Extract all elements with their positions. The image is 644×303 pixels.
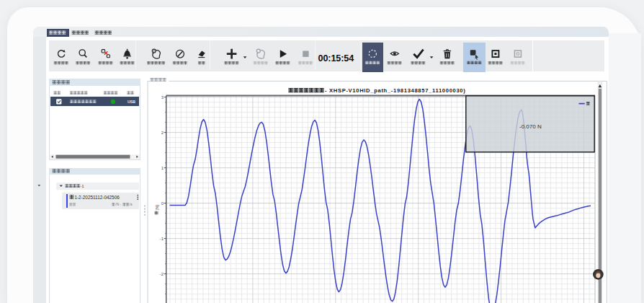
svg-text:-2: -2	[160, 272, 164, 276]
svg-text:1-2-20251112-042506: 1-2-20251112-042506	[74, 195, 120, 200]
svg-text:/N -: /N -	[115, 203, 121, 206]
svg-text:1: 1	[161, 166, 164, 170]
svg-text:/s: /s	[130, 203, 133, 206]
svg-text:- XHSP-V10HID_path_-1981348857: - XHSP-V10HID_path_-1981348857_111000030…	[325, 87, 465, 94]
svg-text:00:15:54: 00:15:54	[318, 53, 354, 63]
svg-text:-0.070 N: -0.070 N	[519, 123, 542, 130]
svg-text:-1: -1	[81, 184, 84, 188]
svg-text:2: 2	[161, 131, 164, 135]
svg-text:-1: -1	[160, 237, 164, 241]
svg-text:USB: USB	[128, 100, 135, 104]
svg-text:[N]: [N]	[155, 205, 159, 211]
